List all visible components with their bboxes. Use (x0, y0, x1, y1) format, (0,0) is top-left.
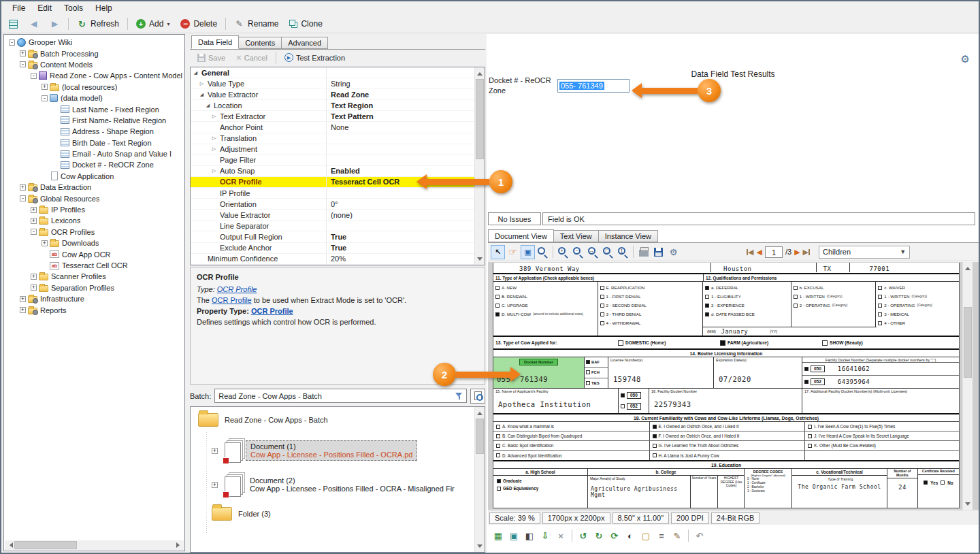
collapse-icon[interactable]: - (31, 73, 37, 79)
checkbox[interactable] (600, 312, 604, 316)
property-row-text-extractor[interactable]: ▷Text ExtractorText Pattern (191, 111, 474, 122)
save-image-icon[interactable] (651, 245, 666, 259)
document-viewer[interactable]: 389 Vermont WayHoustonTX7700111. Type of… (488, 262, 979, 510)
high-school-row[interactable]: GED Equivalency (493, 483, 587, 491)
crop-icon[interactable]: ▢ (639, 529, 653, 542)
test-extraction-button[interactable]: ▶ Test Extraction (280, 52, 350, 63)
checkbox[interactable] (586, 381, 590, 385)
result-field-value-box[interactable]: 055- 761349 (557, 79, 630, 93)
expand-icon[interactable]: + (31, 207, 37, 213)
tree-horizontal-scrollbar[interactable] (5, 540, 184, 550)
property-value[interactable]: String (327, 78, 474, 88)
zoom-out-icon[interactable]: − (571, 245, 585, 259)
scrollbar-thumb[interactable] (964, 307, 972, 378)
batch-combo[interactable]: Read Zone - Cow Apps - Batch (214, 389, 467, 403)
binarize-icon[interactable]: ◧ (523, 529, 536, 542)
familiarity-cell[interactable]: A. Know what a mammal is (493, 422, 649, 431)
first-page-button[interactable]: ◀ (747, 248, 753, 257)
filter-funnel-icon[interactable] (455, 392, 463, 400)
checkbox[interactable] (495, 304, 500, 308)
form-option[interactable]: C. UPGRADE (493, 301, 598, 310)
tree-item-batch-processing[interactable]: +Batch Processing (5, 48, 184, 59)
checkbox[interactable] (497, 487, 501, 491)
menu-edit[interactable]: Edit (32, 2, 57, 14)
expand-icon[interactable]: + (212, 448, 218, 454)
checkbox[interactable] (878, 304, 882, 308)
expand-icon[interactable]: + (212, 482, 218, 488)
checkbox[interactable] (808, 444, 812, 448)
scroll-up-button[interactable] (475, 407, 485, 417)
tree-item-grooper-wiki[interactable]: -Grooper Wiki (5, 37, 184, 48)
property-value[interactable]: True (327, 243, 474, 253)
property-row-value-type[interactable]: ▷Value TypeString (191, 78, 474, 89)
tree-item-ip-profiles[interactable]: +IP Profiles (5, 204, 184, 215)
expand-icon[interactable]: + (31, 218, 37, 224)
expanded-arrow-icon[interactable]: ◢ (204, 103, 212, 108)
property-value[interactable] (327, 221, 474, 231)
property-value[interactable]: (none) (327, 210, 474, 220)
property-type-link[interactable]: OCR Profile (251, 307, 293, 315)
checkbox[interactable] (705, 295, 709, 299)
license-type-row[interactable]: BAF (585, 357, 608, 368)
tree-item-infrastructure[interactable]: +Infrastructure (5, 293, 184, 304)
checkbox[interactable] (621, 404, 625, 408)
menu-file[interactable]: File (7, 2, 31, 14)
property-row-value-extractor[interactable]: ◢Value ExtractorRead Zone (191, 89, 474, 100)
checkbox-checked[interactable] (653, 434, 657, 438)
property-value[interactable]: Text Region (327, 100, 474, 110)
pointer-tool-icon[interactable]: ↖ (491, 245, 505, 259)
expand-icon[interactable]: + (20, 307, 26, 313)
form-option[interactable]: b. EXCUSAL (791, 283, 876, 292)
tree-item-first-name-relative-region[interactable]: First Name- Relative Region (5, 115, 184, 126)
expand-icon[interactable]: + (31, 274, 37, 280)
batch-document-item-selected[interactable]: +Document (1)Cow App - Licensee - Positi… (191, 435, 474, 466)
property-grid-scrollbar[interactable] (474, 67, 485, 265)
add-button[interactable]: +Add▾ (131, 16, 174, 31)
clone-button[interactable]: Clone (284, 16, 327, 31)
auto-orient-icon[interactable]: ⟳ (608, 529, 621, 542)
checkbox[interactable] (878, 295, 882, 299)
scroll-down-button[interactable] (475, 255, 485, 265)
print-icon[interactable] (636, 245, 651, 259)
property-row-line-separator[interactable]: Line Separator (191, 221, 474, 231)
tree-item-reports[interactable]: +Reports (5, 304, 184, 315)
property-value[interactable]: True (327, 231, 474, 242)
checkbox[interactable] (618, 340, 623, 346)
scroll-left-button[interactable] (5, 540, 14, 550)
tree-item-address-shape-region[interactable]: Address - Shape Region (5, 126, 184, 137)
ocr-profile-link[interactable]: OCR Profile (212, 296, 252, 304)
rename-button[interactable]: ✎Rename (229, 16, 283, 32)
property-row-general[interactable]: ◢General (191, 67, 474, 78)
tree-item-cow-app-ocr[interactable]: Cow App OCR (5, 248, 184, 259)
property-value[interactable]: 0° (327, 199, 474, 209)
collapse-icon[interactable]: - (31, 229, 37, 235)
familiarity-cell[interactable]: B. Can Distinguish Biped from Quadruped (493, 431, 649, 440)
children-dropdown[interactable]: Children▼ (819, 246, 910, 259)
undo-icon[interactable]: ↶ (693, 529, 706, 542)
checkbox-checked[interactable] (497, 479, 501, 483)
scroll-right-button[interactable] (174, 540, 184, 550)
batch-folder-item[interactable]: Folder (3) (191, 503, 474, 521)
remove-lines-icon[interactable]: ≡ (655, 529, 668, 542)
collapse-icon[interactable]: - (9, 39, 15, 46)
high-school-row[interactable]: Graduate (493, 476, 587, 483)
checkbox[interactable] (808, 425, 812, 429)
viewer-scrollbar[interactable] (962, 262, 973, 510)
checkbox[interactable] (496, 425, 500, 429)
checkbox-checked[interactable] (705, 312, 709, 316)
zoom-page-icon[interactable]: □ (601, 245, 615, 259)
cancel-button[interactable]: × Cancel (231, 51, 272, 64)
checkbox[interactable] (600, 321, 604, 325)
form-option[interactable]: 3 - MEDICAL (876, 310, 959, 319)
batch-document-item[interactable]: +Document (2)Cow App - Licensee - Positi… (191, 469, 474, 500)
expanded-arrow-icon[interactable]: ◢ (192, 70, 199, 76)
form-option[interactable]: d. DATE PASSED BCE (703, 310, 791, 319)
scrollbar-track[interactable] (14, 540, 174, 550)
zoom-in-icon[interactable]: + (556, 245, 570, 259)
expand-icon[interactable]: + (42, 240, 48, 246)
zoom-actual-icon[interactable]: 1 (616, 245, 630, 259)
checkbox[interactable] (794, 295, 798, 299)
tree-item-content-models[interactable]: -Content Models (5, 59, 184, 70)
property-value[interactable] (327, 155, 474, 165)
settings-gear-icon[interactable]: ⚙ (961, 53, 970, 65)
